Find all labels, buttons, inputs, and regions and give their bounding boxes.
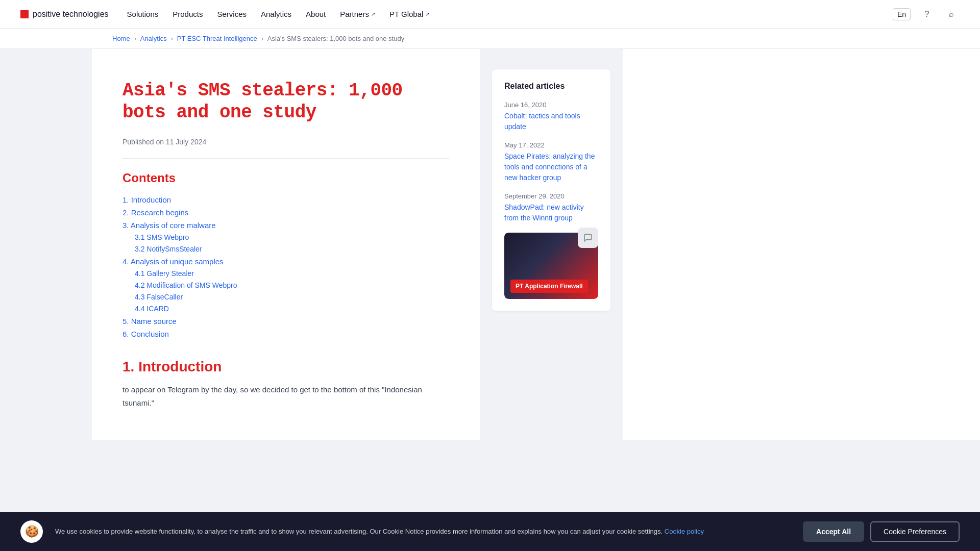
logo-text: positive technologies (33, 10, 109, 19)
breadcrumb-analytics[interactable]: Analytics (140, 35, 167, 42)
contents-link-4-4[interactable]: 4.4 ICARD (135, 305, 169, 313)
header-left: positive technologies Solutions Products… (20, 10, 429, 19)
breadcrumb-section[interactable]: PT ESC Threat Intelligence (177, 35, 257, 42)
nav-partners[interactable]: Partners ↗ (340, 10, 375, 18)
breadcrumb: Home › Analytics › PT ESC Threat Intelli… (0, 29, 980, 49)
nav-analytics[interactable]: Analytics (261, 10, 291, 18)
related-link-3[interactable]: ShadowPad: new activity from the Winnti … (504, 202, 598, 223)
list-item: 3. Analysis of core malware 3.1 SMS Webp… (122, 221, 449, 253)
related-date-1: June 16, 2020 (504, 101, 598, 109)
header: positive technologies Solutions Products… (0, 0, 980, 29)
nav-services[interactable]: Services (217, 10, 247, 18)
intro-text: to appear on Telegram by the day, so we … (122, 383, 449, 409)
breadcrumb-sep-2: › (171, 35, 173, 42)
related-articles-section: Related articles June 16, 2020 Cobalt: t… (492, 69, 610, 311)
contents-link-3-1[interactable]: 3.1 SMS Webpro (135, 233, 189, 241)
contents-link-3-2[interactable]: 3.2 NotifySmsStealer (135, 245, 202, 253)
contents-link-4[interactable]: 4. Analysis of unique samples (122, 257, 224, 266)
logo-icon (20, 10, 29, 18)
nav-solutions[interactable]: Solutions (127, 10, 159, 18)
contents-link-5[interactable]: 5. Name source (122, 317, 177, 325)
related-date-2: May 17, 2022 (504, 141, 598, 149)
contents-link-3[interactable]: 3. Analysis of core malware (122, 221, 216, 230)
contents-link-2[interactable]: 2. Research begins (122, 208, 188, 217)
article-container: Asia's SMS stealers: 1,000 bots and one … (0, 49, 980, 440)
main-nav: Solutions Products Services Analytics Ab… (127, 10, 430, 18)
logo[interactable]: positive technologies (20, 10, 109, 19)
nav-pt-global[interactable]: PT Global ↗ (389, 10, 429, 18)
article-meta: Published on 11 July 2024 (122, 138, 449, 159)
search-button[interactable]: ⌕ (943, 6, 960, 22)
article-content-wrap: Asia's SMS stealers: 1,000 bots and one … (92, 49, 980, 440)
language-button[interactable]: En (893, 8, 911, 20)
list-item: 4. Analysis of unique samples 4.1 Galler… (122, 257, 449, 313)
list-item: 3.2 NotifySmsStealer (135, 244, 449, 253)
related-item-2: May 17, 2022 Space Pirates: analyzing th… (504, 141, 598, 183)
list-item: 4.2 Modification of SMS Webpro (135, 281, 449, 289)
list-item: 3.1 SMS Webpro (135, 233, 449, 241)
list-item: 6. Conclusion (122, 330, 449, 338)
contents-link-4-3[interactable]: 4.3 FalseCaller (135, 293, 183, 301)
left-sidebar (0, 49, 92, 440)
external-icon: ↗ (425, 11, 429, 17)
image-label: PT Application Firewall (510, 280, 588, 293)
related-link-1[interactable]: Cobalt: tactics and tools update (504, 111, 598, 132)
related-item-3: September 29, 2020 ShadowPad: new activi… (504, 192, 598, 223)
help-button[interactable]: ? (919, 6, 935, 22)
list-item: 4.1 Gallery Stealer (135, 269, 449, 278)
contents-link-6[interactable]: 6. Conclusion (122, 330, 169, 338)
list-item: 1. Introduction (122, 195, 449, 204)
content-area: Asia's SMS stealers: 1,000 bots and one … (92, 49, 480, 440)
contents-link-1[interactable]: 1. Introduction (122, 195, 171, 204)
article-title: Asia's SMS stealers: 1,000 bots and one … (122, 80, 449, 123)
chat-float-button[interactable] (578, 228, 598, 248)
list-item: 5. Name source (122, 317, 449, 325)
related-item-1: June 16, 2020 Cobalt: tactics and tools … (504, 101, 598, 132)
right-sidebar: Related articles June 16, 2020 Cobalt: t… (480, 49, 623, 440)
breadcrumb-sep-1: › (134, 35, 136, 42)
breadcrumb-current: Asia's SMS stealers: 1,000 bots and one … (267, 35, 404, 42)
breadcrumb-home[interactable]: Home (112, 35, 130, 42)
contents-list: 1. Introduction 2. Research begins 3. An… (122, 195, 449, 338)
header-right: En ? ⌕ (893, 6, 960, 22)
contents-heading: Contents (122, 171, 449, 185)
breadcrumb-sep-3: › (261, 35, 263, 42)
contents-link-4-2[interactable]: 4.2 Modification of SMS Webpro (135, 281, 237, 289)
intro-heading: 1. Introduction (122, 359, 449, 375)
contents-sublist-3: 3.1 SMS Webpro 3.2 NotifySmsStealer (122, 233, 449, 253)
external-icon: ↗ (371, 11, 375, 17)
contents-sublist-4: 4.1 Gallery Stealer 4.2 Modification of … (122, 269, 449, 313)
related-date-3: September 29, 2020 (504, 192, 598, 200)
related-title: Related articles (504, 82, 598, 91)
nav-about[interactable]: About (306, 10, 326, 18)
list-item: 4.3 FalseCaller (135, 292, 449, 301)
related-link-2[interactable]: Space Pirates: analyzing the tools and c… (504, 151, 598, 183)
nav-products[interactable]: Products (173, 10, 203, 18)
list-item: 2. Research begins (122, 208, 449, 217)
contents-link-4-1[interactable]: 4.1 Gallery Stealer (135, 269, 194, 278)
list-item: 4.4 ICARD (135, 304, 449, 313)
